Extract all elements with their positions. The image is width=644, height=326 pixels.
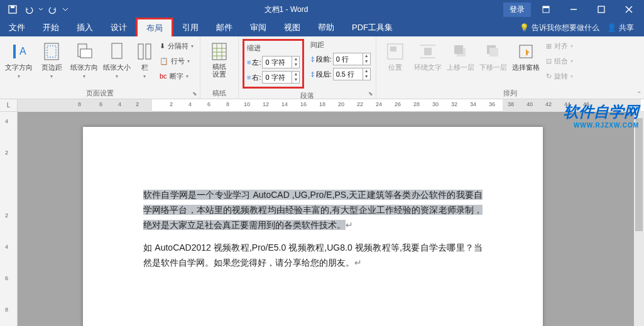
share-button[interactable]: 👤 共享 bbox=[607, 23, 634, 33]
hyphenation-button[interactable]: bc断字▾ bbox=[157, 69, 196, 83]
indent-right-icon: ≡ bbox=[247, 73, 251, 81]
spin-up[interactable]: ▲ bbox=[292, 57, 299, 62]
spacing-after-icon: ‡ bbox=[310, 70, 314, 78]
columns-icon bbox=[134, 41, 155, 62]
indent-right-input[interactable] bbox=[263, 73, 292, 81]
spin-up[interactable]: ▲ bbox=[292, 72, 299, 77]
svg-rect-14 bbox=[112, 43, 122, 58]
paragraph-1-text: 软件自学网是一个专业学习 AutoCAD ,UG,Pro/E,PS,天正建筑等各… bbox=[143, 190, 483, 230]
align-button[interactable]: ⊞对齐▾ bbox=[543, 39, 576, 53]
login-button[interactable]: 登录 bbox=[503, 3, 531, 17]
backward-label: 下移一层 bbox=[479, 63, 507, 72]
ribbon: A 文字方向 ▾ 页边距 ▾ 纸张方向 ▾ 纸张大小 ▾ 栏 bbox=[0, 36, 644, 99]
chevron-down-icon: ▾ bbox=[50, 73, 53, 79]
text-direction-button[interactable]: A 文字方向 ▾ bbox=[4, 39, 34, 84]
size-button[interactable]: 纸张大小 ▾ bbox=[102, 39, 132, 84]
watermark-sub: WWW.RJZXW.COM bbox=[564, 122, 639, 129]
indent-label: 缩进 bbox=[247, 43, 300, 53]
lightbulb-icon: 💡 bbox=[520, 23, 529, 32]
tab-insert[interactable]: 插入 bbox=[68, 19, 102, 36]
paragraph-mark: ↵ bbox=[346, 220, 353, 230]
spin-down[interactable]: ▼ bbox=[292, 62, 299, 68]
spacing-after-label: 段后: bbox=[316, 70, 332, 79]
bring-forward-button: 上移一层 bbox=[445, 39, 476, 84]
tab-layout[interactable]: 布局 bbox=[136, 18, 173, 36]
ruler-vertical[interactable]: 4 2 2 4 6 8 bbox=[0, 112, 18, 326]
rotate-label: 旋转 bbox=[554, 72, 568, 81]
indent-right-spinner[interactable]: ▲▼ bbox=[262, 71, 300, 84]
spin-up[interactable]: ▲ bbox=[363, 68, 370, 74]
collapse-ribbon-button[interactable]: ⌃ bbox=[636, 90, 641, 97]
manuscript-settings-button[interactable]: 稿纸 设置 bbox=[204, 39, 234, 84]
undo-button[interactable] bbox=[21, 2, 36, 17]
tab-help[interactable]: 帮助 bbox=[309, 19, 343, 36]
page-setup-group-label: 页面设置 bbox=[0, 87, 200, 99]
paragraph-2[interactable]: 如 AutoCAD2012 视频教程,Pro/E5.0 视频教程,UG8.0 视… bbox=[143, 240, 483, 270]
spin-up[interactable]: ▲ bbox=[363, 53, 370, 59]
wrap-icon bbox=[418, 41, 438, 62]
document-canvas[interactable]: 软件自学网是一个专业学习 AutoCAD ,UG,Pro/E,PS,天正建筑等各… bbox=[18, 112, 644, 326]
spin-down[interactable]: ▼ bbox=[363, 74, 370, 80]
qat-customize[interactable] bbox=[62, 2, 69, 17]
spin-down[interactable]: ▼ bbox=[292, 77, 299, 83]
tell-me-label: 告诉我你想要做什么 bbox=[532, 23, 599, 33]
indent-left-input[interactable] bbox=[263, 58, 292, 66]
spacing-after-spinner[interactable]: ▲▼ bbox=[333, 68, 371, 80]
selection-pane-label: 选择窗格 bbox=[512, 63, 540, 72]
tab-view[interactable]: 视图 bbox=[275, 19, 309, 36]
redo-button[interactable] bbox=[45, 2, 60, 17]
margins-button[interactable]: 页边距 ▾ bbox=[36, 39, 67, 84]
spacing-label: 间距 bbox=[310, 40, 370, 50]
columns-button[interactable]: 栏 ▾ bbox=[134, 39, 155, 84]
rotate-button[interactable]: ↻旋转▾ bbox=[543, 69, 576, 83]
tab-pdf-tools[interactable]: PDF工具集 bbox=[343, 19, 401, 36]
tab-file[interactable]: 文件 bbox=[0, 19, 34, 36]
page[interactable]: 软件自学网是一个专业学习 AutoCAD ,UG,Pro/E,PS,天正建筑等各… bbox=[83, 127, 543, 326]
manuscript-icon bbox=[209, 41, 229, 62]
ribbon-display-options[interactable] bbox=[533, 0, 559, 19]
minimize-button[interactable] bbox=[561, 0, 586, 19]
tab-references[interactable]: 引用 bbox=[173, 19, 207, 36]
align-icon: ⊞ bbox=[546, 42, 552, 50]
selection-pane-button[interactable]: 选择窗格 bbox=[511, 39, 541, 84]
scrollbar-thumb[interactable] bbox=[635, 118, 643, 231]
line-numbers-label: 行号 bbox=[171, 57, 185, 66]
text-direction-icon: A bbox=[9, 41, 29, 62]
ruler-horizontal-area: L 8 6 4 2 2 4 6 8 10 12 14 16 18 20 22 2… bbox=[0, 99, 644, 112]
paragraph-2-text: 如 AutoCAD2012 视频教程,Pro/E5.0 视频教程,UG8.0 视… bbox=[143, 242, 483, 268]
breaks-button[interactable]: ⬇分隔符▾ bbox=[157, 39, 196, 53]
tab-home[interactable]: 开始 bbox=[34, 19, 68, 36]
close-button[interactable] bbox=[616, 0, 641, 19]
spacing-before-input[interactable] bbox=[334, 55, 363, 63]
maximize-button[interactable] bbox=[589, 0, 614, 19]
paragraph-dialog-launcher[interactable]: ⬊ bbox=[367, 90, 374, 97]
vertical-scrollbar[interactable] bbox=[634, 112, 644, 326]
title-bar: 文档1 - Word 登录 bbox=[0, 0, 644, 19]
wrap-label: 环绕文字 bbox=[414, 63, 442, 72]
indent-left-spinner[interactable]: ▲▼ bbox=[262, 56, 300, 68]
tell-me-search[interactable]: 💡 告诉我你想要做什么 bbox=[520, 23, 599, 33]
paragraph-1[interactable]: 软件自学网是一个专业学习 AutoCAD ,UG,Pro/E,PS,天正建筑等各… bbox=[143, 187, 483, 232]
tab-mailings[interactable]: 邮件 bbox=[207, 19, 241, 36]
spacing-before-spinner[interactable]: ▲▼ bbox=[333, 53, 371, 65]
undo-dropdown[interactable] bbox=[38, 2, 44, 17]
orientation-button[interactable]: 纸张方向 ▾ bbox=[69, 39, 99, 84]
tab-design[interactable]: 设计 bbox=[102, 19, 136, 36]
ruler-horizontal[interactable]: 8 6 4 2 2 4 6 8 10 12 14 16 18 20 22 24 … bbox=[18, 99, 644, 111]
svg-rect-29 bbox=[454, 45, 463, 54]
page-setup-dialog-launcher[interactable]: ⬊ bbox=[191, 90, 199, 97]
spin-down[interactable]: ▼ bbox=[363, 59, 370, 65]
forward-label: 上移一层 bbox=[447, 63, 474, 72]
tab-review[interactable]: 审阅 bbox=[241, 19, 275, 36]
line-numbers-button[interactable]: 📋行号▾ bbox=[157, 54, 196, 68]
save-button[interactable] bbox=[5, 2, 20, 17]
svg-rect-15 bbox=[138, 44, 143, 59]
columns-label: 栏 bbox=[141, 63, 148, 72]
group-button[interactable]: ⊡组合▾ bbox=[543, 54, 576, 68]
group-manuscript: 稿纸 设置 稿纸 bbox=[200, 36, 239, 99]
manuscript-group-label: 稿纸 bbox=[200, 87, 238, 99]
size-icon bbox=[107, 41, 127, 62]
ruler-corner[interactable]: L bbox=[0, 99, 18, 111]
spacing-after-input[interactable] bbox=[334, 70, 363, 78]
chevron-down-icon: ▾ bbox=[143, 73, 146, 79]
